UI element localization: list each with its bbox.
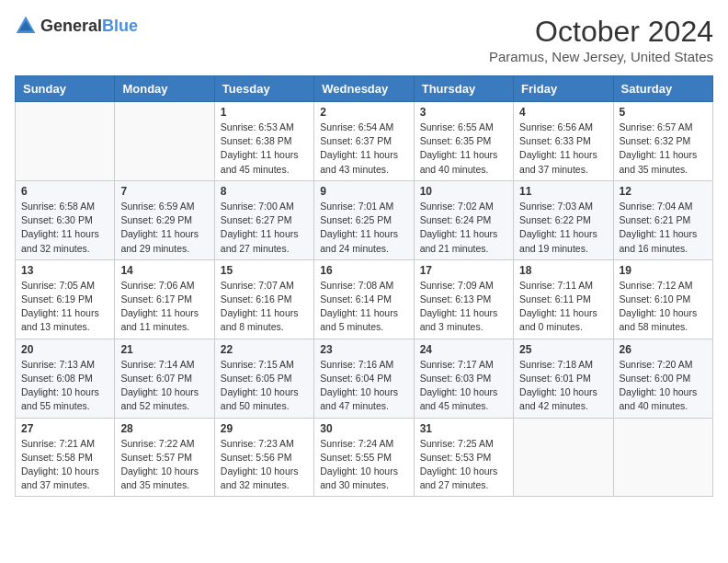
calendar-cell (115, 102, 214, 181)
weekday-header-monday: Monday (115, 76, 214, 102)
day-content: Sunrise: 7:18 AM Sunset: 6:01 PM Dayligh… (519, 358, 607, 414)
logo: GeneralBlue (15, 15, 138, 37)
logo-blue: Blue (102, 17, 138, 35)
day-number: 31 (420, 422, 507, 435)
calendar-cell: 9Sunrise: 7:01 AM Sunset: 6:25 PM Daylig… (314, 180, 414, 259)
day-content: Sunrise: 7:21 AM Sunset: 5:58 PM Dayligh… (21, 437, 108, 493)
calendar-cell: 31Sunrise: 7:25 AM Sunset: 5:53 PM Dayli… (414, 418, 513, 497)
calendar-cell: 14Sunrise: 7:06 AM Sunset: 6:17 PM Dayli… (115, 259, 214, 339)
day-number: 17 (420, 264, 507, 277)
calendar-cell: 26Sunrise: 7:20 AM Sunset: 6:00 PM Dayli… (613, 339, 712, 418)
calendar-cell: 1Sunrise: 6:53 AM Sunset: 6:38 PM Daylig… (214, 102, 313, 181)
calendar-cell: 13Sunrise: 7:05 AM Sunset: 6:19 PM Dayli… (16, 259, 115, 339)
day-number: 4 (519, 106, 607, 119)
weekday-header-sunday: Sunday (16, 76, 115, 102)
day-content: Sunrise: 6:57 AM Sunset: 6:32 PM Dayligh… (620, 121, 707, 177)
calendar-cell: 10Sunrise: 7:02 AM Sunset: 6:24 PM Dayli… (414, 180, 513, 259)
calendar-cell: 20Sunrise: 7:13 AM Sunset: 6:08 PM Dayli… (16, 339, 115, 418)
day-number: 27 (21, 422, 108, 435)
calendar-cell: 16Sunrise: 7:08 AM Sunset: 6:14 PM Dayli… (314, 259, 414, 339)
day-content: Sunrise: 6:54 AM Sunset: 6:37 PM Dayligh… (320, 121, 407, 177)
day-number: 29 (221, 422, 308, 435)
month-title: October 2024 (489, 15, 713, 49)
calendar-cell: 11Sunrise: 7:03 AM Sunset: 6:22 PM Dayli… (514, 180, 613, 259)
calendar: SundayMondayTuesdayWednesdayThursdayFrid… (15, 75, 713, 497)
calendar-cell: 22Sunrise: 7:15 AM Sunset: 6:05 PM Dayli… (214, 339, 313, 418)
day-number: 12 (620, 185, 707, 198)
calendar-cell: 15Sunrise: 7:07 AM Sunset: 6:16 PM Dayli… (214, 259, 313, 339)
day-content: Sunrise: 6:53 AM Sunset: 6:38 PM Dayligh… (221, 121, 308, 177)
day-content: Sunrise: 7:03 AM Sunset: 6:22 PM Dayligh… (519, 200, 607, 256)
calendar-week-3: 13Sunrise: 7:05 AM Sunset: 6:19 PM Dayli… (16, 259, 713, 339)
day-content: Sunrise: 7:14 AM Sunset: 6:07 PM Dayligh… (120, 358, 208, 414)
day-content: Sunrise: 7:05 AM Sunset: 6:19 PM Dayligh… (21, 279, 108, 335)
calendar-cell: 7Sunrise: 6:59 AM Sunset: 6:29 PM Daylig… (115, 180, 214, 259)
day-number: 18 (519, 264, 607, 277)
day-number: 30 (320, 422, 407, 435)
day-content: Sunrise: 7:23 AM Sunset: 5:56 PM Dayligh… (221, 437, 308, 493)
day-number: 22 (221, 343, 308, 356)
day-number: 10 (420, 185, 507, 198)
calendar-cell: 21Sunrise: 7:14 AM Sunset: 6:07 PM Dayli… (115, 339, 214, 418)
day-number: 24 (420, 343, 507, 356)
calendar-week-4: 20Sunrise: 7:13 AM Sunset: 6:08 PM Dayli… (16, 339, 713, 418)
day-number: 14 (120, 264, 208, 277)
calendar-week-2: 6Sunrise: 6:58 AM Sunset: 6:30 PM Daylig… (16, 180, 713, 259)
calendar-cell: 28Sunrise: 7:22 AM Sunset: 5:57 PM Dayli… (115, 418, 214, 497)
day-content: Sunrise: 6:55 AM Sunset: 6:35 PM Dayligh… (420, 121, 507, 177)
day-content: Sunrise: 6:58 AM Sunset: 6:30 PM Dayligh… (21, 200, 108, 256)
weekday-header-row: SundayMondayTuesdayWednesdayThursdayFrid… (16, 76, 713, 102)
day-content: Sunrise: 7:22 AM Sunset: 5:57 PM Dayligh… (120, 437, 208, 493)
calendar-cell (16, 102, 115, 181)
day-content: Sunrise: 7:17 AM Sunset: 6:03 PM Dayligh… (420, 358, 507, 414)
day-number: 25 (519, 343, 607, 356)
day-number: 8 (221, 185, 308, 198)
calendar-cell: 30Sunrise: 7:24 AM Sunset: 5:55 PM Dayli… (314, 418, 414, 497)
day-number: 7 (120, 185, 208, 198)
day-content: Sunrise: 7:25 AM Sunset: 5:53 PM Dayligh… (420, 437, 507, 493)
day-content: Sunrise: 7:04 AM Sunset: 6:21 PM Dayligh… (620, 200, 707, 256)
calendar-cell: 27Sunrise: 7:21 AM Sunset: 5:58 PM Dayli… (16, 418, 115, 497)
calendar-week-1: 1Sunrise: 6:53 AM Sunset: 6:38 PM Daylig… (16, 102, 713, 181)
day-content: Sunrise: 6:56 AM Sunset: 6:33 PM Dayligh… (519, 121, 607, 177)
day-content: Sunrise: 7:01 AM Sunset: 6:25 PM Dayligh… (320, 200, 407, 256)
day-number: 21 (120, 343, 208, 356)
day-content: Sunrise: 7:02 AM Sunset: 6:24 PM Dayligh… (420, 200, 507, 256)
weekday-header-thursday: Thursday (414, 76, 513, 102)
day-number: 15 (221, 264, 308, 277)
day-number: 5 (620, 106, 707, 119)
weekday-header-friday: Friday (514, 76, 613, 102)
calendar-cell (613, 418, 712, 497)
calendar-cell: 8Sunrise: 7:00 AM Sunset: 6:27 PM Daylig… (214, 180, 313, 259)
day-number: 2 (320, 106, 407, 119)
day-number: 9 (320, 185, 407, 198)
day-number: 19 (620, 264, 707, 277)
calendar-week-5: 27Sunrise: 7:21 AM Sunset: 5:58 PM Dayli… (16, 418, 713, 497)
location: Paramus, New Jersey, United States (489, 49, 713, 64)
day-content: Sunrise: 7:08 AM Sunset: 6:14 PM Dayligh… (320, 279, 407, 335)
day-content: Sunrise: 7:07 AM Sunset: 6:16 PM Dayligh… (221, 279, 308, 335)
calendar-cell (514, 418, 613, 497)
day-content: Sunrise: 7:13 AM Sunset: 6:08 PM Dayligh… (21, 358, 108, 414)
day-number: 20 (21, 343, 108, 356)
calendar-cell: 17Sunrise: 7:09 AM Sunset: 6:13 PM Dayli… (414, 259, 513, 339)
day-content: Sunrise: 6:59 AM Sunset: 6:29 PM Dayligh… (120, 200, 208, 256)
calendar-cell: 18Sunrise: 7:11 AM Sunset: 6:11 PM Dayli… (514, 259, 613, 339)
calendar-cell: 23Sunrise: 7:16 AM Sunset: 6:04 PM Dayli… (314, 339, 414, 418)
calendar-cell: 19Sunrise: 7:12 AM Sunset: 6:10 PM Dayli… (613, 259, 712, 339)
day-content: Sunrise: 7:12 AM Sunset: 6:10 PM Dayligh… (620, 279, 707, 335)
header: GeneralBlue October 2024 Paramus, New Je… (15, 15, 713, 64)
day-content: Sunrise: 7:00 AM Sunset: 6:27 PM Dayligh… (221, 200, 308, 256)
day-number: 16 (320, 264, 407, 277)
day-content: Sunrise: 7:09 AM Sunset: 6:13 PM Dayligh… (420, 279, 507, 335)
day-content: Sunrise: 7:20 AM Sunset: 6:00 PM Dayligh… (620, 358, 707, 414)
calendar-cell: 24Sunrise: 7:17 AM Sunset: 6:03 PM Dayli… (414, 339, 513, 418)
calendar-cell: 29Sunrise: 7:23 AM Sunset: 5:56 PM Dayli… (214, 418, 313, 497)
day-number: 13 (21, 264, 108, 277)
title-block: October 2024 Paramus, New Jersey, United… (489, 15, 713, 64)
day-content: Sunrise: 7:15 AM Sunset: 6:05 PM Dayligh… (221, 358, 308, 414)
calendar-cell: 3Sunrise: 6:55 AM Sunset: 6:35 PM Daylig… (414, 102, 513, 181)
calendar-cell: 5Sunrise: 6:57 AM Sunset: 6:32 PM Daylig… (613, 102, 712, 181)
day-content: Sunrise: 7:24 AM Sunset: 5:55 PM Dayligh… (320, 437, 407, 493)
logo-icon (15, 15, 37, 37)
